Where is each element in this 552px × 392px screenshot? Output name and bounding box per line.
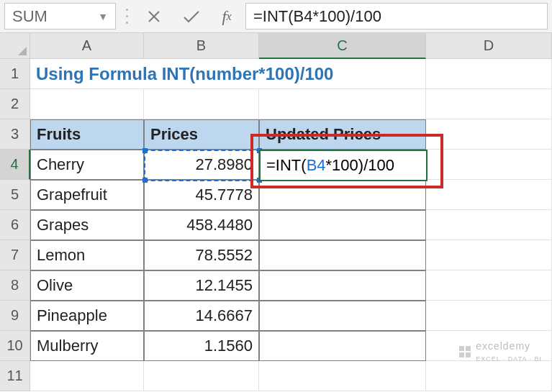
row-header-2[interactable]: 2 bbox=[0, 89, 30, 119]
enter-formula-button[interactable] bbox=[175, 3, 208, 29]
row-header-9[interactable]: 9 bbox=[0, 301, 30, 331]
cell-D11[interactable] bbox=[426, 361, 552, 391]
table-row[interactable]: Pineapple bbox=[30, 301, 144, 331]
row-header-4[interactable]: 4 bbox=[0, 150, 30, 180]
col-header-A[interactable]: A bbox=[30, 33, 144, 59]
table-row[interactable]: 458.4480 bbox=[144, 210, 259, 240]
name-box[interactable]: SUM ▼ bbox=[4, 3, 116, 29]
title-cell[interactable]: Using Formula INT(number*100)/100 bbox=[30, 59, 426, 89]
cell-D9[interactable] bbox=[426, 301, 552, 331]
cell-C2[interactable] bbox=[259, 89, 426, 119]
cell-D1[interactable] bbox=[426, 59, 552, 89]
column-headers: A B C D bbox=[30, 33, 552, 59]
row-header-5[interactable]: 5 bbox=[0, 180, 30, 210]
row-headers: 1 2 3 4 5 6 7 8 9 10 11 bbox=[0, 59, 30, 391]
editing-cell-C4[interactable]: =INT(B4*100)/100 bbox=[259, 150, 427, 181]
table-header-updated[interactable]: Updated Prices bbox=[259, 119, 426, 150]
table-row[interactable]: Grapefruit bbox=[30, 180, 144, 210]
cell-D8[interactable] bbox=[426, 270, 552, 301]
cell-C10[interactable] bbox=[259, 331, 426, 361]
cell-B2[interactable] bbox=[144, 89, 259, 119]
table-row[interactable]: Mulberry bbox=[30, 331, 144, 361]
row-header-3[interactable]: 3 bbox=[0, 119, 30, 150]
row-header-6[interactable]: 6 bbox=[0, 210, 30, 240]
cell-C9[interactable] bbox=[259, 301, 426, 331]
cell-C8[interactable] bbox=[259, 270, 426, 301]
svg-rect-5 bbox=[466, 352, 471, 357]
watermark: exceldemy EXCEL · DATA · BI bbox=[458, 340, 542, 363]
chevron-down-icon[interactable]: ▼ bbox=[98, 11, 108, 22]
watermark-icon bbox=[458, 345, 471, 358]
cell-D7[interactable] bbox=[426, 240, 552, 270]
table-row[interactable]: Grapes bbox=[30, 210, 144, 240]
row-header-10[interactable]: 10 bbox=[0, 331, 30, 361]
row-header-1[interactable]: 1 bbox=[0, 59, 30, 89]
col-header-B[interactable]: B bbox=[144, 33, 259, 59]
table-row[interactable]: 78.5552 bbox=[144, 240, 259, 270]
svg-rect-4 bbox=[459, 352, 464, 357]
cell-D6[interactable] bbox=[426, 210, 552, 240]
sheet-title: Using Formula INT(number*100)/100 bbox=[36, 64, 333, 84]
table-row[interactable]: 45.7778 bbox=[144, 180, 259, 210]
table-row[interactable]: 27.8980 bbox=[144, 150, 259, 180]
row-header-7[interactable]: 7 bbox=[0, 240, 30, 270]
col-header-C[interactable]: C bbox=[259, 33, 426, 59]
cell-C5[interactable] bbox=[259, 180, 426, 210]
table-header-fruits[interactable]: Fruits bbox=[30, 119, 144, 150]
name-box-value: SUM bbox=[12, 7, 47, 26]
editing-suffix: *100)/100 bbox=[326, 156, 394, 175]
table-row[interactable]: Olive bbox=[30, 270, 144, 301]
cell-A11[interactable] bbox=[30, 361, 144, 391]
table-header-prices[interactable]: Prices bbox=[144, 119, 259, 150]
table-row[interactable]: Lemon bbox=[30, 240, 144, 270]
svg-rect-2 bbox=[459, 346, 464, 351]
grip-dots-icon bbox=[120, 3, 133, 29]
cell-C7[interactable] bbox=[259, 240, 426, 270]
editing-ref: B4 bbox=[307, 156, 326, 175]
formula-bar-text: =INT(B4*100)/100 bbox=[253, 7, 381, 26]
table-row[interactable]: 14.6667 bbox=[144, 301, 259, 331]
table-row[interactable]: Cherry bbox=[30, 150, 144, 180]
watermark-tag: EXCEL · DATA · BI bbox=[476, 355, 542, 363]
cell-D3[interactable] bbox=[426, 119, 552, 150]
table-row[interactable]: 12.1455 bbox=[144, 270, 259, 301]
svg-rect-3 bbox=[466, 346, 471, 351]
cell-D4[interactable] bbox=[426, 150, 552, 180]
cell-B11[interactable] bbox=[144, 361, 259, 391]
worksheet: A B C D 1 2 3 4 5 6 7 8 9 10 11 Using Fo… bbox=[0, 33, 552, 392]
editing-prefix: =INT( bbox=[266, 156, 307, 175]
watermark-brand: exceldemy bbox=[476, 340, 542, 352]
cell-C6[interactable] bbox=[259, 210, 426, 240]
cell-C11[interactable] bbox=[259, 361, 426, 391]
cell-D5[interactable] bbox=[426, 180, 552, 210]
row-header-11[interactable]: 11 bbox=[0, 361, 30, 391]
select-all-corner[interactable] bbox=[0, 33, 30, 59]
col-header-D[interactable]: D bbox=[426, 33, 552, 59]
table-row[interactable]: 1.1560 bbox=[144, 331, 259, 361]
row-header-8[interactable]: 8 bbox=[0, 270, 30, 301]
fx-icon[interactable]: fx bbox=[212, 3, 241, 29]
table-header-updated-label: Updated Prices bbox=[266, 125, 381, 144]
cell-A2[interactable] bbox=[30, 89, 144, 119]
formula-bar-row: SUM ▼ fx =INT(B4*100)/100 bbox=[0, 0, 552, 33]
cancel-formula-button[interactable] bbox=[137, 3, 171, 29]
cell-D2[interactable] bbox=[426, 89, 552, 119]
formula-bar-input[interactable]: =INT(B4*100)/100 bbox=[245, 3, 548, 29]
